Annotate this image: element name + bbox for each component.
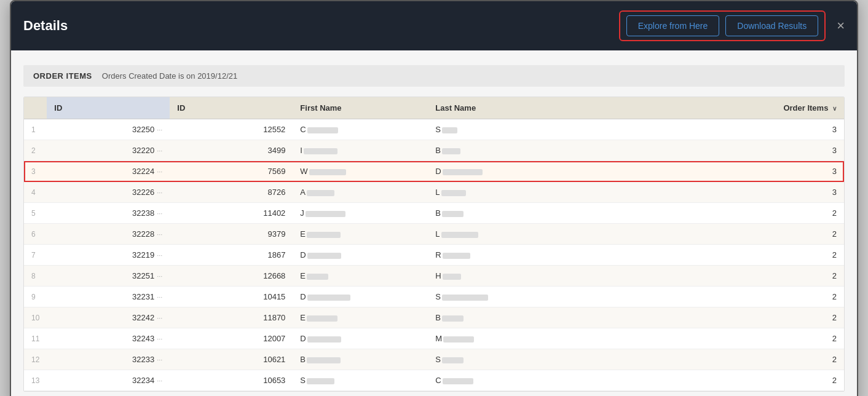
cell-order-items: 3 — [563, 119, 844, 140]
col-header-id2[interactable]: ID — [170, 97, 293, 119]
cell-id1: 32224 ··· — [47, 161, 170, 182]
id1-dots: ··· — [157, 168, 162, 175]
cell-rownum: 9 — [24, 287, 47, 307]
id1-value: 32220 — [132, 146, 154, 155]
cell-fname: B — [293, 349, 428, 370]
cell-id1: 32226 ··· — [47, 182, 170, 203]
cell-id2: 9379 — [170, 224, 293, 245]
cell-lname: M — [428, 328, 563, 349]
cell-rownum: 5 — [24, 203, 47, 224]
cell-order-items: 2 — [563, 245, 844, 266]
section-label-bar: ORDER ITEMS Orders Created Date is on 20… — [23, 65, 845, 87]
table-row[interactable]: 10 32242 ··· 11870 E B 2 — [24, 307, 844, 328]
table-row[interactable]: 3 32224 ··· 7569 W D 3 — [24, 161, 844, 182]
fname-blurred — [307, 357, 341, 363]
section-filter: Orders Created Date is on 2019/12/21 — [102, 71, 237, 81]
table-row[interactable]: 6 32228 ··· 9379 E L 2 — [24, 224, 844, 245]
cell-id1: 32243 ··· — [47, 328, 170, 349]
lname-blurred — [441, 232, 478, 238]
cell-order-items: 2 — [563, 349, 844, 370]
cell-order-items: 3 — [563, 161, 844, 182]
col-header-fname[interactable]: First Name — [293, 97, 428, 119]
table-row[interactable]: 12 32233 ··· 10621 B S 2 — [24, 349, 844, 370]
sort-desc-icon: ∨ — [832, 105, 837, 112]
lname-blurred — [443, 336, 474, 343]
cell-lname: L — [428, 182, 563, 203]
cell-order-items: 2 — [563, 328, 844, 349]
cell-id1: 32238 ··· — [47, 203, 170, 224]
cell-order-items: 3 — [563, 140, 844, 161]
cell-fname: S — [293, 370, 428, 391]
table-row[interactable]: 4 32226 ··· 8726 A L 3 — [24, 182, 844, 203]
id1-value: 32251 — [132, 271, 154, 280]
cell-lname: R — [428, 245, 563, 266]
cell-fname: E — [293, 307, 428, 328]
id1-value: 32242 — [132, 313, 154, 322]
id1-dots: ··· — [157, 272, 162, 280]
lname-blurred — [443, 253, 470, 259]
col-header-id1[interactable]: ID — [47, 97, 170, 119]
cell-id2: 10653 — [170, 370, 293, 391]
col-header-order-items[interactable]: Order Items ∨ — [563, 97, 844, 119]
cell-fname: D — [293, 245, 428, 266]
lname-blurred — [441, 190, 466, 196]
cell-id2: 8726 — [170, 182, 293, 203]
id1-dots: ··· — [157, 126, 162, 133]
fname-blurred — [309, 169, 346, 175]
cell-id2: 10621 — [170, 349, 293, 370]
id1-value: 32234 — [132, 376, 154, 385]
modal-header: Details Explore from Here Download Resul… — [11, 1, 857, 50]
id1-dots: ··· — [157, 251, 162, 259]
cell-rownum: 6 — [24, 224, 47, 245]
cell-rownum: 2 — [24, 140, 47, 161]
cell-id1: 32242 ··· — [47, 307, 170, 328]
col-header-lname[interactable]: Last Name — [428, 97, 563, 119]
cell-id1: 32219 ··· — [47, 245, 170, 266]
table-row[interactable]: 13 32234 ··· 10653 S C 2 — [24, 370, 844, 391]
header-actions-group: Explore from Here Download Results — [619, 10, 826, 41]
lname-blurred — [443, 274, 461, 280]
fname-blurred — [304, 148, 337, 154]
modal-content: ORDER ITEMS Orders Created Date is on 20… — [11, 50, 857, 396]
table-row[interactable]: 5 32238 ··· 11402 J B 2 — [24, 203, 844, 224]
cell-rownum: 4 — [24, 182, 47, 203]
id1-value: 32238 — [132, 208, 154, 218]
table-row[interactable]: 7 32219 ··· 1867 D R 2 — [24, 245, 844, 266]
id1-dots: ··· — [157, 189, 162, 196]
table-row[interactable]: 11 32243 ··· 12007 D M 2 — [24, 328, 844, 349]
id1-value: 32250 — [132, 125, 154, 134]
cell-fname: E — [293, 224, 428, 245]
fname-blurred — [307, 295, 350, 301]
cell-order-items: 2 — [563, 266, 844, 287]
data-table-wrapper: ID ID First Name Last Name Order Items ∨… — [23, 97, 845, 392]
cell-id2: 11870 — [170, 307, 293, 328]
id1-value: 32226 — [132, 188, 154, 197]
lname-blurred — [442, 148, 460, 154]
table-row[interactable]: 8 32251 ··· 12668 E H 2 — [24, 266, 844, 287]
explore-from-here-button[interactable]: Explore from Here — [626, 15, 720, 36]
table-row[interactable]: 9 32231 ··· 10415 D S 2 — [24, 287, 844, 307]
cell-id1: 32231 ··· — [47, 287, 170, 307]
id1-dots: ··· — [157, 147, 162, 154]
cell-lname: S — [428, 287, 563, 307]
lname-blurred — [442, 357, 464, 363]
cell-lname: C — [428, 370, 563, 391]
table-row[interactable]: 2 32220 ··· 3499 I B 3 — [24, 140, 844, 161]
fname-blurred — [307, 378, 334, 384]
cell-lname: L — [428, 224, 563, 245]
cell-order-items: 2 — [563, 307, 844, 328]
lname-blurred — [442, 295, 488, 301]
modal-container: Details Explore from Here Download Resul… — [10, 0, 858, 396]
lname-blurred — [443, 378, 473, 384]
cell-fname: D — [293, 287, 428, 307]
col-header-rownum — [24, 97, 47, 119]
table-row[interactable]: 1 32250 ··· 12552 C S 3 — [24, 119, 844, 140]
cell-rownum: 1 — [24, 119, 47, 140]
download-results-button[interactable]: Download Results — [725, 15, 818, 36]
close-button[interactable]: × — [837, 19, 845, 33]
fname-blurred — [307, 127, 338, 133]
id1-value: 32233 — [132, 355, 154, 364]
id1-dots: ··· — [157, 210, 162, 217]
lname-blurred — [442, 127, 457, 133]
id1-dots: ··· — [157, 231, 162, 238]
